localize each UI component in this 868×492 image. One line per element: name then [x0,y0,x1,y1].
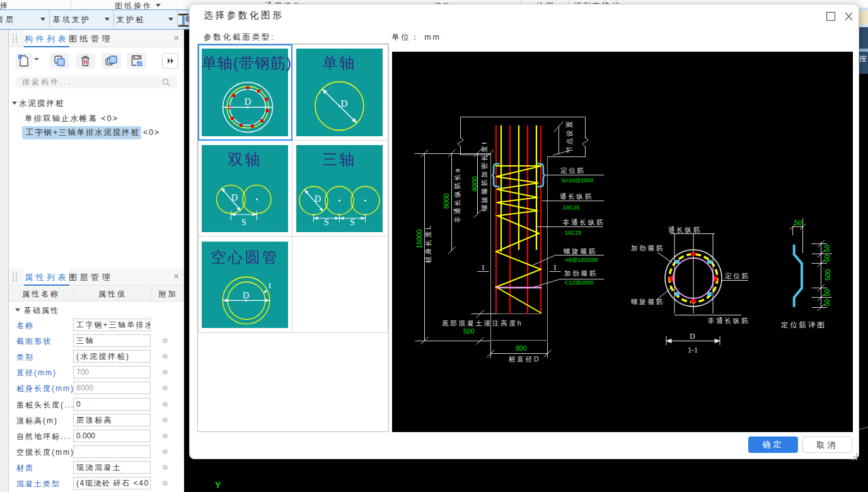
svg-text:C12@2000: C12@2000 [565,279,594,286]
svg-text:15000: 15000 [415,229,423,249]
svg-text:1: 1 [553,262,557,272]
svg-text:50: 50 [823,289,831,296]
svg-text:D: D [245,97,252,107]
svg-text:螺旋箍筋: 螺旋箍筋 [631,298,664,305]
svg-text:桩直径D: 桩直径D [508,355,540,363]
svg-text:定位筋详图: 定位筋详图 [781,321,826,329]
svg-text:S: S [241,218,246,227]
svg-text:螺旋箍筋加密长度t: 螺旋箍筋加密长度t [480,141,488,211]
svg-text:S: S [350,218,355,227]
svg-text:1-1: 1-1 [688,346,698,354]
svg-text:非通长纵筋: 非通长纵筋 [562,218,605,226]
svg-text:非通长纵筋: 非通长纵筋 [707,317,750,324]
svg-text:非通长纵筋长a: 非通长纵筋长a [453,167,461,223]
svg-text:10C25: 10C25 [563,204,580,211]
svg-text:A8@100/200: A8@100/200 [565,257,598,263]
svg-text:定位筋: 定位筋 [560,167,586,174]
svg-text:S: S [324,218,329,227]
svg-text:加劲箍筋: 加劲箍筋 [564,269,598,277]
svg-text:10C25: 10C25 [565,230,582,236]
svg-text:1: 1 [481,262,485,272]
svg-text:定位筋: 定位筋 [725,272,750,279]
svg-text:通长纵筋: 通长纵筋 [560,192,593,200]
svg-text:螺旋箍筋: 螺旋箍筋 [564,247,597,255]
svg-text:D: D [341,98,348,108]
svg-text:通长纵筋: 通长纵筋 [668,226,702,233]
svg-text:底部混凝土灌注高度h: 底部混凝土灌注高度h [442,319,523,327]
svg-text:6A10@2500: 6A10@2500 [562,177,593,184]
svg-text:50: 50 [823,255,831,262]
svg-text:D: D [315,194,321,204]
svg-text:50: 50 [794,219,802,226]
svg-text:50: 50 [823,299,831,307]
svg-text:加劲箍筋: 加劲箍筋 [631,244,664,252]
svg-text:500: 500 [463,327,475,335]
svg-text:50: 50 [823,245,831,252]
svg-text:D: D [231,193,238,202]
svg-text:t: t [269,281,271,290]
svg-text:8000: 8000 [443,194,450,209]
svg-text:4000: 4000 [471,177,478,192]
svg-text:桩身长度L: 桩身长度L [424,224,432,264]
svg-text:D: D [243,291,249,300]
svg-text:500: 500 [824,269,831,281]
svg-text:800: 800 [516,344,527,352]
svg-text:节点设置: 节点设置 [565,120,573,153]
svg-text:D: D [690,332,695,341]
